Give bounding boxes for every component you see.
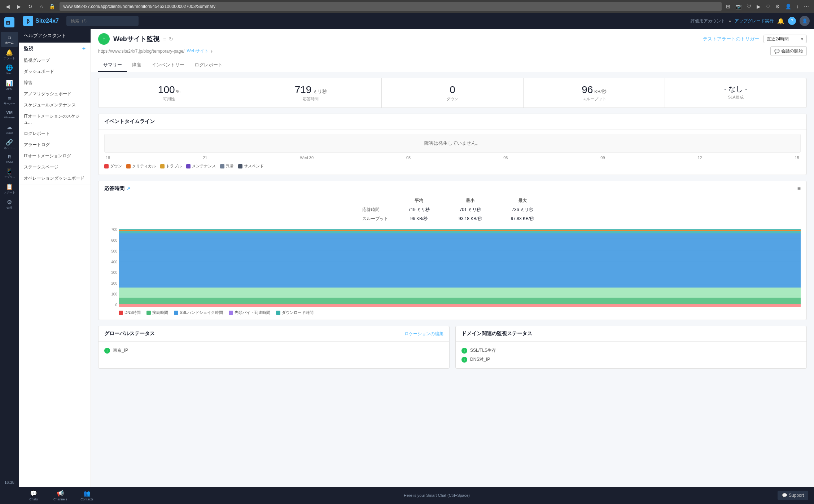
status-up-icon: ↑ — [104, 348, 110, 354]
forward-button[interactable]: ▶ — [15, 3, 23, 10]
monitoring-header[interactable]: 監視 + — [19, 43, 91, 55]
tab-inventory[interactable]: インベントリー — [146, 59, 189, 72]
status-item: ↑ DNS対_IP — [461, 355, 801, 364]
play-icon[interactable]: ▶ — [755, 3, 762, 10]
sidebar-item-label: アラート — [4, 57, 15, 60]
sidebar-item-admin[interactable]: ⚙ 管理 — [1, 197, 18, 212]
time-range-select[interactable]: 直近24時間 直近7日 直近30日 カスタム — [763, 35, 807, 43]
row-avg: 719 ミリ秒 — [394, 205, 444, 214]
refresh-button[interactable]: ↻ — [26, 3, 35, 10]
axis-label: 15 — [795, 155, 799, 160]
home-button[interactable]: ⌂ — [38, 3, 45, 10]
upgrade-link[interactable]: アップグレード実行 — [735, 18, 774, 24]
contacts-button[interactable]: 👥 Contacts — [78, 490, 96, 501]
nav-item-it-automation-log[interactable]: ITオートメーションログ — [19, 150, 91, 162]
sidebar-item-network[interactable]: 🔗 ネット... — [1, 137, 18, 152]
chats-button[interactable]: 💬 Chats — [25, 490, 43, 501]
ssl-color — [174, 311, 178, 315]
question-icon[interactable]: ? — [788, 17, 796, 25]
nav-item-monitoring-group[interactable]: 監視グループ — [19, 55, 91, 66]
chat-icon: 💬 — [774, 49, 780, 54]
export-icon[interactable]: ↗ — [127, 186, 130, 191]
sidebar-item-server[interactable]: 🖥 サーバー — [1, 93, 18, 108]
legend-critical: クリティカル — [126, 163, 156, 169]
response-stats-table: 平均 最小 最大 応答時間 719 ミリ秒 701 ミリ — [99, 196, 806, 228]
response-header: 応答時間 ↗ ≡ — [99, 181, 806, 196]
download-icon[interactable]: ↓ — [795, 3, 800, 10]
vmware-icon: VM — [6, 110, 13, 115]
sidebar-item-alert[interactable]: 🔔 アラート — [1, 47, 18, 62]
response-title: 応答時間 ↗ — [104, 185, 130, 192]
global-status-header: グローバルステータス ロケーションの編集 — [99, 326, 449, 342]
nav-item-scheduled-maintenance[interactable]: スケジュールメンテナンス — [19, 100, 91, 111]
address-bar[interactable] — [60, 2, 722, 11]
browser-bar: ◀ ▶ ↻ ⌂ 🔒 ⊞ 📷 🛡 ▶ ♡ ⚙ 👤 ↓ ⋯ — [0, 0, 814, 13]
sidebar-item-home[interactable]: ⌂ ホーム — [1, 32, 18, 47]
edit-location-link[interactable]: ロケーションの編集 — [404, 331, 443, 337]
tab-summary[interactable]: サマリー — [98, 59, 127, 72]
sidebar-item-apm[interactable]: 📊 APM — [1, 78, 18, 93]
bell-icon[interactable]: 🔔 — [777, 18, 784, 25]
col-avg: 平均 — [394, 196, 444, 205]
settings-icon[interactable]: ⚙ — [774, 3, 782, 10]
logo-icon: β — [23, 16, 33, 26]
sidebar-item-cloud[interactable]: ☁ Cloud — [1, 122, 18, 137]
nav-item-log-report[interactable]: ログレポート — [19, 128, 91, 139]
nav-item-alert-log[interactable]: アラートログ — [19, 139, 91, 150]
camera-icon[interactable]: 📷 — [734, 3, 743, 10]
trigger-link[interactable]: テストアラートのトリガー — [703, 36, 759, 42]
tab-log-report[interactable]: ログレポート — [189, 59, 228, 72]
support-icon: 💬 — [782, 493, 787, 498]
domain-status-card: ドメイン関連の監視ステータス ↑ SSL/TLS生存 ↑ DNS対_IP — [455, 326, 807, 369]
sidebar-item-appli[interactable]: 📱 アプリ... — [1, 166, 18, 181]
legend-label: 接続時間 — [152, 310, 168, 315]
timeline-axis: 18 21 Wed 30 03 06 09 12 15 — [104, 155, 801, 160]
sidebar-logo[interactable]: ⊞ — [3, 16, 16, 29]
refresh-icon[interactable]: ↻ — [169, 36, 173, 42]
menu-icon[interactable]: ⋯ — [802, 3, 810, 10]
global-status-title: グローバルステータス — [104, 330, 155, 337]
chat-button[interactable]: 💬 会話の開始 — [770, 46, 807, 56]
sidebar-item-vmware[interactable]: VM VMware — [1, 108, 18, 122]
legend-label: ダウン — [110, 163, 122, 169]
menu-icon[interactable]: ≡ — [163, 36, 166, 42]
nav-item-dashboard[interactable]: ダッシュボード — [19, 66, 91, 77]
status-name: SSL/TLS生存 — [470, 347, 496, 354]
shield-icon[interactable]: 🛡 — [745, 3, 753, 10]
y-label: 500 — [104, 249, 117, 253]
tab-failure[interactable]: 障害 — [127, 59, 146, 72]
sidebar-item-rum[interactable]: R RUM — [1, 152, 18, 166]
nav-item-label: ログレポート — [24, 131, 50, 137]
breadcrumb-link[interactable]: Webサイト — [187, 48, 208, 54]
global-status-content: ↑ 東京_IP — [99, 342, 449, 359]
contacts-icon: 👥 — [83, 490, 91, 497]
nav-item-failure[interactable]: 障害 — [19, 77, 91, 88]
extensions-icon[interactable]: ⊞ — [725, 3, 732, 10]
support-button[interactable]: 💬 Support — [778, 491, 808, 500]
page-tabs: サマリー 障害 インベントリー ログレポート — [98, 59, 807, 72]
response-menu-icon[interactable]: ≡ — [797, 185, 801, 192]
cloud-icon: ☁ — [6, 124, 12, 131]
nav-item-it-automation-schedule[interactable]: ITオートメーションのスケジュ... — [19, 111, 91, 128]
add-monitoring-icon[interactable]: + — [82, 45, 86, 52]
axis-label: 12 — [698, 155, 702, 160]
sidebar-item-report[interactable]: 📋 レポート — [1, 181, 18, 197]
back-button[interactable]: ◀ — [4, 3, 12, 10]
status-up-icon: ↑ — [461, 357, 467, 363]
profile-icon[interactable]: 👤 — [784, 3, 793, 10]
heart-icon[interactable]: ♡ — [764, 3, 772, 10]
left-panel-header: ヘルプアシスタント — [19, 29, 91, 43]
user-avatar[interactable]: 👤 — [800, 16, 810, 26]
nav-item-ops-dashboard[interactable]: オペレーションダッシュボード — [19, 173, 91, 184]
svg-rect-14 — [119, 304, 801, 307]
nav-item-anomaly[interactable]: アノマリダッシュボード — [19, 88, 91, 100]
axis-label: 09 — [600, 155, 605, 160]
y-label: 300 — [104, 271, 117, 275]
search-input[interactable] — [66, 16, 139, 26]
sidebar-item-web[interactable]: 🌐 Web — [1, 62, 18, 78]
stat-availability: 100 % 可用性 — [99, 78, 240, 108]
stat-label: スループット — [527, 96, 661, 102]
nav-item-status-page[interactable]: ステータスページ — [19, 162, 91, 173]
channels-button[interactable]: 📢 Channels — [51, 490, 69, 501]
monitoring-label: 監視 — [24, 45, 33, 52]
